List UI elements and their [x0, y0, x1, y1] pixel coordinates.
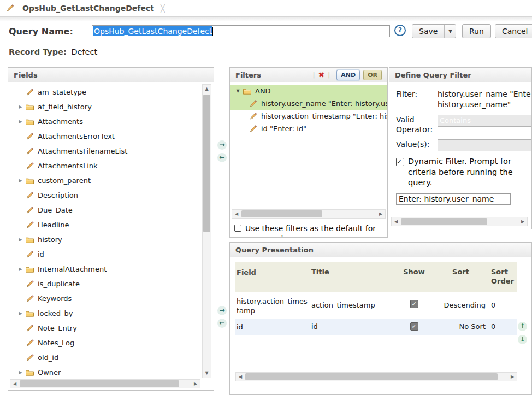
- field-label: InternalAttachment: [38, 265, 107, 273]
- define-panel-body: Filter: history.user_name "Enter: histor…: [389, 82, 531, 229]
- folder-icon: [25, 176, 34, 185]
- table-row[interactable]: history.action_timestamp action_timestam…: [235, 292, 517, 319]
- field-item[interactable]: ▶InternalAttachment: [16, 262, 214, 276]
- folder-icon: [243, 87, 252, 96]
- table-row[interactable]: id id ✓ No Sort 0: [235, 319, 517, 336]
- presentation-panel-body: Field Title Show Sort Sort Order history…: [230, 257, 531, 394]
- column-header-show: Show: [392, 266, 436, 278]
- move-left-icon[interactable]: ←: [217, 153, 227, 162]
- values-label: Value(s):: [396, 139, 438, 151]
- field-label: id: [38, 250, 44, 258]
- field-item[interactable]: id: [16, 247, 214, 262]
- filter-item[interactable]: id "Enter: id": [230, 122, 387, 135]
- save-dropdown-arrow-icon[interactable]: ▼: [445, 28, 456, 34]
- filter-root-label: AND: [255, 87, 271, 95]
- move-left-icon[interactable]: ←: [217, 319, 227, 328]
- filter-item[interactable]: history.user_name "Enter: history.user_n…: [230, 97, 387, 110]
- move-down-icon[interactable]: ↓: [518, 335, 527, 344]
- field-item[interactable]: AttachmentsErrorText: [16, 129, 214, 144]
- tab-query[interactable]: OpsHub_GetLastChangeDefect ╳: [0, 0, 165, 16]
- and-button[interactable]: AND: [336, 70, 360, 80]
- field-item[interactable]: old_id: [16, 350, 214, 365]
- filter-row: Filter: history.user_name "Enter: histor…: [396, 89, 531, 110]
- field-item[interactable]: Keywords: [16, 291, 214, 306]
- field-item[interactable]: Due_Date: [16, 203, 214, 217]
- field-label: old_id: [38, 353, 58, 362]
- field-item[interactable]: ▶custom_parent: [16, 173, 214, 188]
- pencil-icon: [25, 353, 34, 362]
- fields-horizontal-scrollbar[interactable]: ◀ ▶: [10, 379, 200, 388]
- scroll-left-icon[interactable]: ◀: [10, 381, 19, 386]
- save-button[interactable]: Save ▼: [412, 24, 456, 38]
- run-button[interactable]: Run: [462, 24, 491, 38]
- filter-item[interactable]: history.action_timestamp "Enter: history…: [230, 110, 387, 122]
- field-item[interactable]: ▶locked_by: [16, 306, 214, 321]
- cell-sort[interactable]: No Sort: [436, 320, 488, 333]
- field-item[interactable]: Description: [16, 188, 214, 203]
- query-name-input[interactable]: OpsHub_GetLastChangeDefect: [92, 25, 390, 37]
- values-input[interactable]: [438, 139, 531, 151]
- record-type: Record Type: Defect: [9, 48, 97, 56]
- presentation-horizontal-scrollbar[interactable]: ◀ ▶: [235, 372, 517, 381]
- expand-icon[interactable]: ▶: [16, 237, 25, 242]
- field-label: Notes_Log: [38, 339, 74, 347]
- filter-root-node[interactable]: ▼ AND: [230, 85, 387, 97]
- cell-sort[interactable]: Descending: [436, 294, 488, 311]
- scroll-up-icon[interactable]: ▲: [205, 85, 208, 93]
- move-up-icon[interactable]: ↑: [518, 322, 527, 331]
- field-item[interactable]: AttachmentsFilenameList: [16, 144, 214, 158]
- move-right-icon[interactable]: →: [217, 140, 227, 150]
- table-header-row: Field Title Show Sort Sort Order: [235, 262, 517, 292]
- field-item[interactable]: AttachmentsLink: [16, 158, 214, 173]
- show-checkbox[interactable]: ✓: [410, 322, 418, 331]
- filters-horizontal-scrollbar[interactable]: ◀ ▶: [232, 209, 386, 219]
- scroll-left-icon[interactable]: ◀: [392, 219, 400, 224]
- operator-select[interactable]: Contains: [438, 115, 531, 127]
- delete-filter-icon[interactable]: ✖: [318, 70, 325, 79]
- dynamic-filter-checkbox[interactable]: [396, 158, 404, 166]
- show-checkbox[interactable]: ✓: [410, 300, 418, 308]
- field-item[interactable]: ▶history: [16, 232, 214, 247]
- move-right-icon[interactable]: →: [217, 306, 227, 315]
- fields-vertical-scrollbar[interactable]: ▲ ▼: [202, 84, 211, 378]
- column-header-sort: Sort: [436, 266, 488, 278]
- pencil-icon: [25, 88, 34, 97]
- field-item[interactable]: is_duplicate: [16, 276, 214, 291]
- scroll-down-icon[interactable]: ▼: [205, 369, 208, 378]
- expand-icon[interactable]: ▶: [16, 370, 25, 375]
- pencil-icon: [25, 147, 34, 156]
- toolbar-band: [0, 17, 532, 21]
- close-icon[interactable]: ╳: [161, 4, 165, 13]
- field-item[interactable]: ▶at_field_history: [16, 99, 214, 114]
- or-button[interactable]: OR: [363, 70, 382, 80]
- expand-icon[interactable]: ▶: [16, 119, 25, 124]
- expand-icon[interactable]: ▶: [16, 267, 25, 272]
- expand-icon[interactable]: ▶: [16, 104, 25, 109]
- field-item[interactable]: Note_Entry: [16, 321, 214, 335]
- scroll-right-icon[interactable]: ▶: [508, 374, 517, 379]
- folder-icon: [25, 117, 34, 126]
- prompt-text-input[interactable]: [396, 193, 511, 205]
- expand-icon[interactable]: ▶: [16, 311, 25, 316]
- expand-icon[interactable]: ▶: [16, 178, 25, 183]
- filters-default-checkbox[interactable]: [234, 225, 241, 232]
- scroll-left-icon[interactable]: ◀: [236, 374, 245, 379]
- scroll-right-icon[interactable]: ▶: [191, 381, 200, 386]
- cancel-button[interactable]: Cancel: [495, 24, 532, 38]
- filters-panel-title: Filters: [235, 71, 261, 79]
- collapse-icon[interactable]: ▼: [233, 89, 243, 93]
- scroll-right-icon[interactable]: ▶: [376, 211, 385, 216]
- field-item[interactable]: ▶Attachments: [16, 114, 214, 129]
- operator-row: Valid Operator: Contains: [396, 115, 531, 134]
- field-item[interactable]: am_statetype: [16, 85, 214, 99]
- cell-field: id: [235, 320, 310, 334]
- scroll-right-icon[interactable]: ▶: [518, 219, 527, 224]
- filter-item-label: id "Enter: id": [261, 125, 306, 133]
- scroll-left-icon[interactable]: ◀: [232, 211, 241, 216]
- field-item[interactable]: Headline: [16, 217, 214, 232]
- field-item[interactable]: ▶Owner: [16, 365, 214, 380]
- define-horizontal-scrollbar[interactable]: ◀ ▶: [391, 217, 528, 226]
- help-icon[interactable]: ?: [394, 25, 406, 36]
- field-label: locked_by: [38, 309, 73, 317]
- field-item[interactable]: Notes_Log: [16, 335, 214, 350]
